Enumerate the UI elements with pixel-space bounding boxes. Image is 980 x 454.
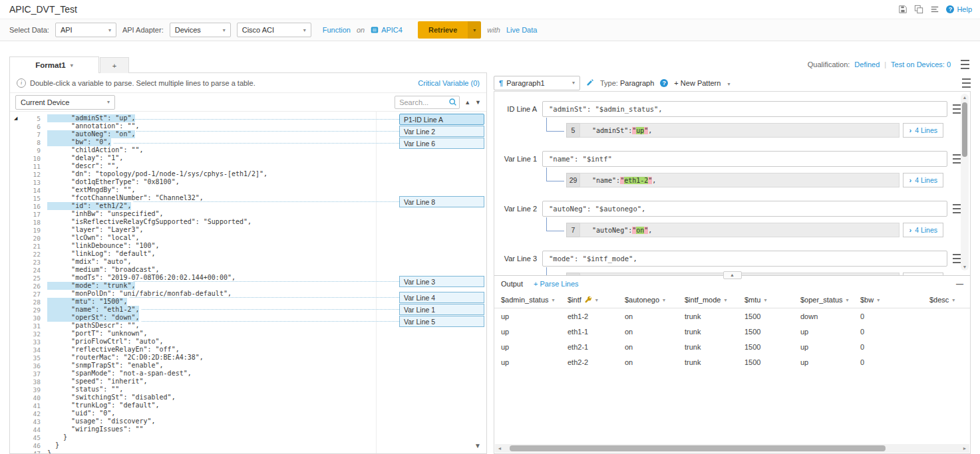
search-icon[interactable] bbox=[448, 98, 457, 108]
api-adapter-dropdown[interactable]: Devices ▾ bbox=[170, 23, 231, 37]
chevron-down-icon[interactable]: ▾ bbox=[595, 297, 598, 303]
function-link[interactable]: Function bbox=[323, 26, 351, 34]
expand-lines-link[interactable]: ›4 Lines bbox=[903, 223, 943, 237]
code-text[interactable]: "inhBw": "unspecified", bbox=[47, 210, 164, 218]
pattern-input[interactable]: "adminSt": "$admin_status", bbox=[542, 101, 947, 117]
add-format-tab-button[interactable]: + bbox=[100, 57, 129, 73]
device-select-dropdown[interactable]: Current Device ▾ bbox=[15, 95, 115, 110]
code-line[interactable]: 22 "linkLog": "default", bbox=[10, 250, 486, 258]
var-line-label[interactable]: Var Line 1 bbox=[399, 304, 484, 315]
code-text[interactable]: "linkLog": "default", bbox=[47, 250, 156, 258]
qualification-defined-link[interactable]: Defined bbox=[854, 60, 880, 68]
code-line[interactable]: 45 } bbox=[10, 433, 486, 441]
code-text[interactable]: "status": "", bbox=[47, 386, 123, 394]
match-text[interactable]: "adminSt": "up", bbox=[579, 123, 899, 138]
code-scroll-down-icon[interactable]: ▼ bbox=[474, 442, 481, 449]
retrieve-button[interactable]: Retrieve ▾ bbox=[418, 21, 481, 39]
chevron-down-icon[interactable]: ▾ bbox=[724, 297, 727, 303]
code-line[interactable]: 11 "descr": "", bbox=[10, 162, 486, 170]
chevron-down-icon[interactable]: ▾ bbox=[952, 297, 955, 303]
device-link[interactable]: APIC4 bbox=[371, 26, 403, 34]
code-text[interactable]: "childAction": "", bbox=[47, 146, 144, 154]
live-data-link[interactable]: Live Data bbox=[506, 26, 537, 34]
code-text[interactable]: "medium": "broadcast", bbox=[47, 266, 160, 274]
test-on-devices-link[interactable]: Test on Devices: 0 bbox=[891, 60, 951, 68]
code-text[interactable]: "id": "eth1/2", bbox=[47, 202, 131, 210]
code-text[interactable]: } bbox=[47, 441, 59, 449]
code-text[interactable]: "pathSDescr": "", bbox=[47, 322, 139, 330]
pattern-scrollbar[interactable]: ▲ ▼ bbox=[961, 94, 969, 271]
code-line[interactable]: 23 "mdix": "auto", bbox=[10, 258, 486, 266]
code-line[interactable]: 43 "usage": "discovery", bbox=[10, 417, 486, 425]
code-text[interactable]: "trunkLog": "default", bbox=[47, 401, 160, 409]
chevron-down-icon[interactable]: ▾ bbox=[552, 297, 555, 303]
code-text[interactable]: "dn": "topology/pod-1/node-1/sys/cphys-[… bbox=[47, 170, 267, 178]
column-header[interactable]: $autonego▾ bbox=[625, 296, 685, 304]
code-line[interactable]: 18 "isReflectiveRelayCfgSupported": "Sup… bbox=[10, 218, 486, 226]
code-text[interactable]: "mtu": "1500", bbox=[47, 298, 127, 306]
scrollbar-thumb[interactable] bbox=[962, 102, 967, 157]
code-line[interactable]: 42 "uid": "0", bbox=[10, 409, 486, 417]
column-header[interactable]: $intf_mode▾ bbox=[685, 296, 744, 304]
edit-pencil-icon[interactable] bbox=[586, 78, 594, 88]
var-line-label[interactable]: Var Line 8 bbox=[399, 196, 484, 207]
var-line-label[interactable]: Var Line 6 bbox=[399, 138, 484, 149]
chevron-down-icon[interactable]: ▾ bbox=[764, 297, 766, 303]
paragraph-select-dropdown[interactable]: ¶Paragraph1 ▾ bbox=[494, 76, 580, 90]
code-text[interactable]: "delay": "1", bbox=[47, 154, 123, 162]
code-line[interactable]: 20 "lcOwn": "local", bbox=[10, 234, 486, 242]
code-text[interactable]: "spanMode": "not-a-span-dest", bbox=[47, 370, 192, 378]
code-text[interactable]: "extMngdBy": "", bbox=[47, 186, 135, 194]
code-text[interactable]: "descr": "", bbox=[47, 162, 119, 170]
scroll-right-icon[interactable]: ► bbox=[960, 446, 969, 451]
code-line[interactable]: 40 "switchingSt": "disabled", bbox=[10, 394, 486, 401]
table-row[interactable]: upeth1-2ontrunk1500down0 bbox=[494, 308, 970, 324]
code-text[interactable]: "wiringIssues": "" bbox=[47, 425, 144, 433]
code-text[interactable]: "switchingSt": "disabled", bbox=[47, 394, 176, 401]
pattern-input[interactable]: "name": "$intf" bbox=[542, 151, 947, 167]
chevron-down-icon[interactable]: ▾ bbox=[846, 297, 849, 303]
code-text[interactable]: "lcOwn": "local", bbox=[47, 234, 139, 242]
pattern-input[interactable]: "mode": "$intf_mode", bbox=[542, 251, 947, 267]
code-text[interactable]: "portT": "unknown", bbox=[47, 330, 148, 338]
page-menu-icon[interactable] bbox=[961, 60, 969, 69]
code-line[interactable]: 44 "wiringIssues": "" bbox=[10, 425, 486, 433]
scroll-up-icon[interactable]: ▲ bbox=[961, 94, 969, 101]
code-text[interactable]: } bbox=[47, 433, 67, 441]
code-text[interactable]: "usage": "discovery", bbox=[47, 417, 156, 425]
code-line[interactable]: 41 "trunkLog": "default", bbox=[10, 401, 486, 409]
code-text[interactable]: "layer": "Layer3", bbox=[47, 226, 144, 234]
code-line[interactable]: 24 "medium": "broadcast", bbox=[10, 266, 486, 274]
column-header[interactable]: $intf▾ bbox=[568, 296, 625, 304]
code-line[interactable]: 33 "prioFlowCtrl": "auto", bbox=[10, 338, 486, 346]
column-header[interactable]: $admin_status▾ bbox=[501, 296, 568, 304]
output-horizontal-scrollbar[interactable]: ◄ ► bbox=[495, 444, 969, 453]
code-text[interactable]: "annotation": "", bbox=[47, 122, 139, 130]
code-text[interactable]: "mode": "trunk", bbox=[47, 282, 135, 290]
pattern-input[interactable]: "autoNeg": "$autonego", bbox=[542, 201, 947, 217]
code-text[interactable]: "operSt": "down", bbox=[47, 314, 139, 322]
output-minimize-button[interactable]: — bbox=[956, 280, 963, 288]
critical-variable-link[interactable]: Critical Variable (0) bbox=[418, 79, 480, 87]
select-data-dropdown[interactable]: API ▾ bbox=[55, 23, 116, 37]
code-line[interactable]: 46 } bbox=[10, 441, 486, 449]
code-line[interactable]: 37 "spanMode": "not-a-span-dest", bbox=[10, 370, 486, 378]
match-text[interactable]: "autoNeg": "on", bbox=[579, 223, 899, 237]
var-line-label[interactable]: Var Line 5 bbox=[399, 316, 484, 327]
parse-lines-link[interactable]: + Parse Lines bbox=[534, 280, 579, 288]
var-line-label[interactable]: Var Line 4 bbox=[399, 292, 484, 303]
code-line[interactable]: 35 "routerMac": "2C:D0:2D:BE:A4:38", bbox=[10, 354, 486, 362]
chevron-down-icon[interactable]: ▾ bbox=[877, 297, 880, 303]
retrieve-dropdown-segment[interactable]: ▾ bbox=[468, 21, 481, 39]
code-text[interactable]: "mdix": "auto", bbox=[47, 258, 131, 266]
fold-marker-icon[interactable]: ◢ bbox=[14, 116, 17, 121]
search-next-button[interactable]: ▼ bbox=[475, 99, 481, 106]
code-text[interactable]: "bw": "0", bbox=[47, 138, 111, 146]
code-line[interactable]: 36 "snmpTrapSt": "enable", bbox=[10, 362, 486, 370]
scroll-down-icon[interactable]: ▼ bbox=[961, 263, 969, 271]
code-line[interactable]: 14 "extMngdBy": "", bbox=[10, 186, 486, 194]
output-expand-handle[interactable]: ▲ bbox=[723, 271, 742, 279]
view-list-icon[interactable] bbox=[930, 5, 939, 14]
var-line-label[interactable]: Var Line 2 bbox=[399, 126, 484, 137]
code-line[interactable]: 12 "dn": "topology/pod-1/node-1/sys/cphy… bbox=[10, 170, 486, 178]
